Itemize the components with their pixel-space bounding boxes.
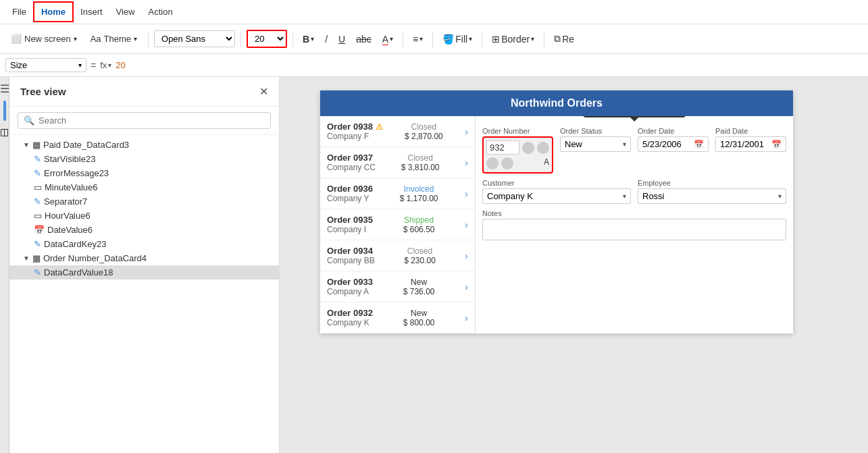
order-number-label: Order Number	[482, 127, 553, 135]
menu-insert[interactable]: Insert	[74, 3, 109, 21]
layers-icon[interactable]: ◫	[0, 126, 9, 137]
list-item[interactable]: Order 0936 Company Y Invoiced $ 1,170.00…	[320, 178, 475, 209]
calendar-icon: 📅	[771, 140, 782, 149]
font-size-select[interactable]: 20 8 10 12 14 16 18 20 24 28 32	[247, 30, 287, 48]
reorder-icon: ⧉	[554, 33, 561, 45]
left-strip: ☰ ◫	[0, 77, 9, 453]
status-label: New	[403, 277, 435, 287]
list-item[interactable]: Order 0938 ⚠ Company F Closed $ 2,870.00…	[320, 116, 475, 147]
amount-label: $ 3,810.00	[401, 163, 440, 172]
calendar-icon: 📅	[34, 225, 45, 235]
tree-item-order-number-datacard4[interactable]: ▼ ▦ Order Number_DataCard4	[9, 251, 279, 265]
tree-item-errormessage23[interactable]: ✎ ErrorMessage23	[9, 166, 279, 180]
tree-item-hourvalue6[interactable]: ▭ HourValue6	[9, 209, 279, 223]
circle-btn-1[interactable]	[522, 142, 534, 154]
chevron-right-icon: ›	[465, 250, 468, 261]
tree-item-minutevalue6[interactable]: ▭ MinuteValue6	[9, 180, 279, 194]
circle-btn-4[interactable]	[501, 157, 513, 169]
chevron-down-icon: ▾	[778, 192, 782, 200]
align-button[interactable]: ≡ ▾	[409, 31, 427, 47]
close-icon[interactable]: ✕	[259, 85, 268, 98]
edit-icon: ✎	[34, 196, 41, 207]
fill-button[interactable]: 🪣 Fill ▾	[438, 31, 476, 47]
chevron-right-icon: ›	[465, 219, 468, 230]
detail-row-1: Order Number 932 A	[482, 127, 786, 174]
formula-value: 20	[116, 60, 125, 70]
fx-button[interactable]: fx ▾	[100, 60, 111, 70]
notes-label: Notes	[482, 209, 786, 217]
order-status-select[interactable]: New ▾	[560, 136, 631, 152]
edit-icon: ✎	[34, 267, 41, 277]
company-label: Company A	[327, 287, 373, 296]
tree-item-datacardvalue18[interactable]: ✎ DataCardValue18	[9, 265, 279, 279]
sidebar-search: 🔍	[9, 107, 279, 135]
list-item[interactable]: Order 0937 Company CC Closed $ 3,810.00 …	[320, 147, 475, 178]
caret-icon: ▼	[23, 255, 30, 262]
italic-button[interactable]: /	[321, 31, 332, 47]
circle-btn-3[interactable]	[486, 157, 499, 169]
order-date-input[interactable]: 5/23/2006 📅	[638, 136, 709, 152]
hamburger-icon[interactable]: ☰	[0, 82, 9, 95]
notes-input[interactable]	[482, 219, 786, 240]
separator-2	[240, 31, 241, 47]
search-icon: 🔍	[24, 115, 34, 126]
paid-date-input[interactable]: 12/31/2001 📅	[715, 136, 786, 152]
chevron-right-icon: ›	[465, 188, 468, 199]
tree-item-datacardkey23[interactable]: ✎ DataCardKey23	[9, 237, 279, 251]
list-item[interactable]: Order 0935 Company I Shipped $ 606.50 ›	[320, 209, 475, 240]
search-input[interactable]	[39, 115, 265, 126]
customer-select[interactable]: Company K ▾	[482, 188, 631, 204]
tree-content: ▼ ▦ Paid Date_DataCard3 ✎ StarVisible23 …	[9, 135, 279, 453]
order-number-value: 932	[486, 140, 519, 155]
canvas-area: Northwind Orders Order 0938 ⚠ Company F …	[280, 77, 868, 453]
layers-tab-indicator	[3, 101, 6, 121]
chevron-down-icon: ▾	[419, 35, 423, 43]
tree-item-starvisible23[interactable]: ✎ StarVisible23	[9, 152, 279, 166]
strikethrough-button[interactable]: abc	[352, 31, 376, 47]
status-label: Invoiced	[400, 184, 438, 194]
font-family-select[interactable]: Open Sans	[154, 30, 235, 47]
tree-item-separator7[interactable]: ✎ Separator7	[9, 194, 279, 209]
chevron-right-icon: ›	[465, 313, 468, 323]
amount-label: $ 1,170.00	[400, 194, 438, 203]
chevron-down-icon: ▾	[469, 35, 472, 43]
company-label: Company F	[327, 132, 383, 141]
employee-select[interactable]: Rossi ▾	[638, 188, 786, 204]
underline-button[interactable]: U	[334, 31, 349, 47]
app-header: Northwind Orders	[320, 90, 793, 116]
property-selector[interactable]: Size ▾	[5, 58, 86, 72]
tree-item-datevalue6[interactable]: 📅 DateValue6	[9, 223, 279, 237]
customer-label: Customer	[482, 179, 631, 187]
bold-button[interactable]: B ▾	[299, 31, 318, 47]
warning-icon: ⚠	[376, 122, 383, 132]
circle-btn-2[interactable]	[537, 142, 549, 154]
order-label: Order 0937	[327, 153, 376, 163]
border-icon: ⊞	[492, 34, 500, 45]
theme-button[interactable]: Aa Theme ▾	[85, 31, 143, 47]
list-item[interactable]: Order 0934 Company BB Closed $ 230.00 ›	[320, 240, 475, 271]
group-icon: ▦	[32, 140, 41, 150]
menu-bar: File Home Insert View Action	[0, 0, 868, 24]
font-color-button[interactable]: A ▾	[378, 31, 397, 47]
caret-icon: ▼	[23, 141, 30, 149]
new-screen-button[interactable]: ⬜ New screen ▾	[5, 31, 82, 47]
border-button[interactable]: ⊞ Border ▾	[488, 31, 538, 47]
status-label: New	[403, 309, 435, 318]
list-item[interactable]: Order 0933 Company A New $ 736.00 ›	[320, 271, 475, 302]
equals-sign: =	[91, 60, 96, 71]
menu-home[interactable]: Home	[33, 1, 74, 22]
separator-7	[544, 31, 544, 47]
tree-item-paid-date-datacard3[interactable]: ▼ ▦ Paid Date_DataCard3	[9, 138, 279, 152]
order-date-label: Order Date	[638, 127, 709, 135]
list-item[interactable]: Order 0932 Company K New $ 800.00 ›	[320, 302, 475, 334]
reorder-button[interactable]: ⧉ Re	[550, 30, 578, 47]
group-icon: ▦	[32, 253, 41, 263]
status-label: Closed	[404, 246, 436, 256]
employee-label: Employee	[638, 179, 786, 187]
edit-icon: ✎	[34, 154, 41, 164]
company-label: Company Y	[327, 194, 373, 203]
separator-6	[482, 31, 482, 47]
menu-action[interactable]: Action	[142, 3, 180, 21]
menu-view[interactable]: View	[109, 3, 142, 21]
menu-file[interactable]: File	[5, 3, 33, 21]
